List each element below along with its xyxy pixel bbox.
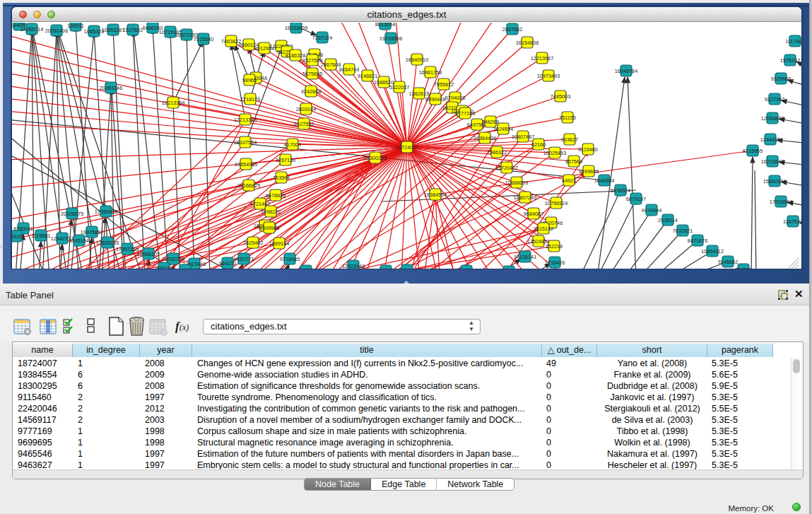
svg-text:16961758: 16961758	[419, 69, 442, 76]
svg-text:20206575: 20206575	[61, 211, 83, 217]
svg-text:8215955: 8215955	[743, 148, 763, 154]
svg-text:16033809: 16033809	[285, 25, 307, 31]
svg-text:1115681: 1115681	[31, 233, 50, 239]
svg-text:4309948: 4309948	[259, 225, 279, 231]
svg-text:753594: 753594	[273, 175, 290, 181]
svg-text:9329966: 9329966	[771, 76, 791, 82]
svg-text:9716485: 9716485	[280, 256, 300, 262]
svg-text:88401: 88401	[178, 267, 192, 269]
svg-text:12505135: 12505135	[96, 240, 119, 246]
svg-text:12213369: 12213369	[162, 100, 184, 106]
svg-text:7986322: 7986322	[487, 149, 507, 156]
svg-text:824506: 824506	[735, 267, 752, 269]
svg-text:10653287: 10653287	[102, 27, 124, 33]
svg-text:9327508: 9327508	[302, 57, 322, 64]
svg-text:10958107: 10958107	[137, 251, 160, 257]
svg-text:10654112: 10654112	[701, 248, 724, 255]
svg-text:19166825: 19166825	[237, 182, 260, 189]
svg-text:16782759: 16782759	[162, 256, 184, 262]
svg-text:19218506: 19218506	[379, 35, 402, 42]
svg-text:9699695: 9699695	[579, 168, 599, 175]
svg-text:8454749: 8454749	[339, 66, 359, 73]
svg-text:6879197: 6879197	[626, 196, 646, 202]
svg-text:18724007: 18724007	[396, 144, 418, 151]
svg-text:9245652: 9245652	[718, 259, 738, 265]
svg-text:7485003: 7485003	[551, 93, 570, 100]
svg-text:957564: 957564	[565, 158, 582, 165]
svg-text:62160: 62160	[531, 141, 546, 148]
svg-text:25300255: 25300255	[364, 155, 387, 161]
svg-text:15692971: 15692971	[763, 178, 786, 185]
svg-text:1733426: 1733426	[545, 259, 565, 266]
svg-text:16154838: 16154838	[516, 40, 539, 46]
svg-text:12923448: 12923448	[342, 263, 365, 269]
svg-text:746266: 746266	[482, 119, 499, 125]
svg-text:3624554: 3624554	[493, 126, 513, 132]
svg-text:2867608: 2867608	[321, 62, 341, 68]
svg-text:9084067: 9084067	[524, 211, 543, 217]
svg-text:12213967: 12213967	[531, 55, 553, 62]
svg-text:1575107: 1575107	[780, 57, 800, 64]
svg-text:17359938: 17359938	[95, 209, 117, 215]
svg-text:9242848: 9242848	[301, 88, 321, 95]
svg-text:19654985: 19654985	[235, 161, 257, 168]
svg-text:9146821: 9146821	[358, 73, 377, 79]
svg-text:18807249: 18807249	[514, 194, 536, 201]
svg-text:19975857: 19975857	[81, 229, 103, 235]
svg-text:905132: 905132	[155, 265, 172, 269]
svg-text:17016504: 17016504	[770, 199, 792, 205]
svg-text:20053346: 20053346	[100, 85, 122, 91]
svg-text:2718176: 2718176	[240, 96, 260, 103]
svg-text:7625402: 7625402	[243, 240, 263, 246]
svg-text:5322037: 5322037	[389, 84, 409, 90]
svg-text:20091406: 20091406	[45, 28, 68, 34]
svg-text:1369144: 1369144	[269, 240, 289, 247]
svg-text:9227342: 9227342	[765, 96, 784, 103]
svg-text:10973493: 10973493	[537, 73, 560, 79]
svg-text:80412: 80412	[400, 267, 414, 269]
svg-text:1167533: 1167533	[783, 218, 801, 225]
svg-text:5938924: 5938924	[611, 187, 630, 194]
svg-text:19384554: 19384554	[424, 192, 447, 198]
svg-text:7357224: 7357224	[312, 35, 332, 41]
svg-text:15720407: 15720407	[495, 165, 518, 171]
svg-text:1640954: 1640954	[594, 177, 614, 184]
svg-text:9474444: 9474444	[642, 207, 661, 214]
svg-text:1244415: 1244415	[760, 136, 780, 143]
svg-text:16210643: 16210643	[761, 158, 784, 165]
svg-text:1527602: 1527602	[123, 27, 143, 33]
svg-text:751155: 751155	[559, 115, 576, 121]
svg-text:14136141: 14136141	[514, 254, 536, 260]
svg-text:9115460: 9115460	[578, 146, 598, 153]
svg-text:8990448: 8990448	[425, 96, 445, 103]
svg-text:14055714: 14055714	[20, 26, 43, 33]
svg-text:391157: 391157	[12, 233, 25, 240]
svg-text:6794028: 6794028	[445, 95, 465, 101]
svg-text:16648784: 16648784	[615, 68, 637, 74]
svg-text:10025453: 10025453	[543, 150, 566, 156]
svg-text:2935114: 2935114	[658, 217, 678, 223]
svg-text:252214: 252214	[546, 243, 563, 250]
svg-text:10807487: 10807487	[512, 134, 534, 140]
svg-text:7515540: 7515540	[194, 36, 213, 42]
svg-text:5875685: 5875685	[302, 71, 322, 77]
svg-text:(x): (x)	[180, 322, 189, 332]
svg-text:2803144: 2803144	[296, 106, 316, 112]
svg-text:7632621: 7632621	[673, 228, 693, 234]
svg-text:12093872: 12093872	[761, 115, 784, 122]
svg-text:1117403: 1117403	[785, 38, 801, 45]
svg-text:3267130: 3267130	[276, 157, 295, 163]
svg-text:21364436: 21364436	[473, 135, 496, 141]
svg-text:10688609: 10688609	[505, 180, 528, 186]
svg-text:771253: 771253	[298, 268, 314, 269]
svg-text:8471676: 8471676	[688, 238, 707, 244]
svg-text:9777169: 9777169	[455, 110, 475, 117]
svg-text:98965: 98965	[242, 77, 257, 83]
svg-text:5498222: 5498222	[261, 209, 281, 215]
svg-text:7955812: 7955812	[434, 81, 454, 88]
svg-text:12213383: 12213383	[234, 117, 257, 123]
svg-text:933627: 933627	[561, 136, 578, 143]
svg-text:9657771: 9657771	[234, 256, 254, 262]
svg-text:18640910: 18640910	[406, 57, 428, 63]
svg-text:18107554: 18107554	[234, 139, 257, 146]
